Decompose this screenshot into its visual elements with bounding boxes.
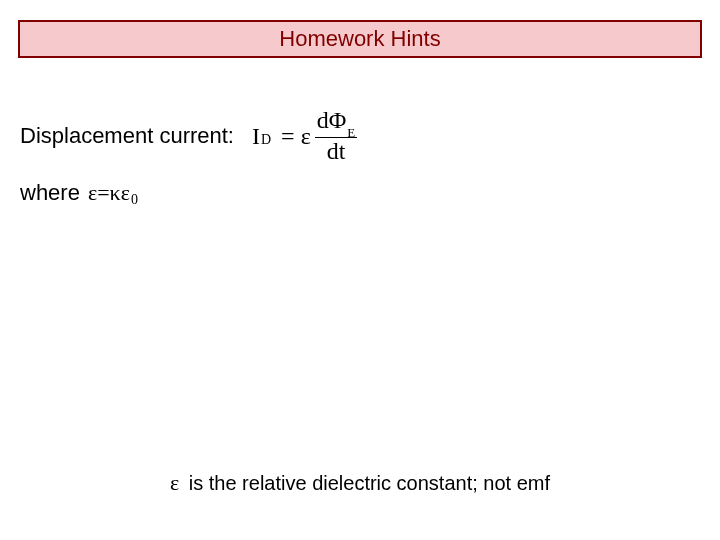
subscript-0: 0 — [131, 192, 138, 208]
equals-sign: = — [281, 124, 295, 148]
symbol-I: I — [252, 124, 260, 148]
symbol-phi: Φ — [329, 107, 347, 133]
footer-note: ε is the relative dielectric constant; n… — [0, 470, 720, 496]
where-label: where — [20, 180, 80, 206]
symbol-epsilon-where: ε — [88, 180, 97, 206]
title-box: Homework Hints — [18, 20, 702, 58]
displacement-equation: I D = ε dΦE dt — [252, 108, 357, 165]
symbol-d: d — [317, 107, 329, 133]
symbol-kappa: κ — [110, 180, 121, 206]
displacement-label: Displacement current: — [20, 123, 234, 149]
where-row: where ε = κε0 — [20, 180, 138, 206]
slide-title: Homework Hints — [279, 28, 440, 50]
displacement-current-row: Displacement current: I D = ε dΦE dt — [20, 108, 357, 165]
footer-epsilon: ε — [170, 470, 179, 495]
footer-text: is the relative dielectric constant; not… — [183, 472, 550, 494]
fraction-denominator: dt — [325, 139, 348, 164]
symbol-epsilon0: ε — [121, 180, 130, 206]
symbol-epsilon: ε — [301, 124, 311, 148]
slide: Homework Hints Displacement current: I D… — [0, 0, 720, 540]
subscript-D: D — [261, 125, 271, 147]
fraction: dΦE dt — [315, 108, 358, 165]
equals-where: = — [97, 180, 109, 206]
subscript-E: E — [347, 125, 355, 140]
fraction-numerator: dΦE — [315, 108, 358, 136]
